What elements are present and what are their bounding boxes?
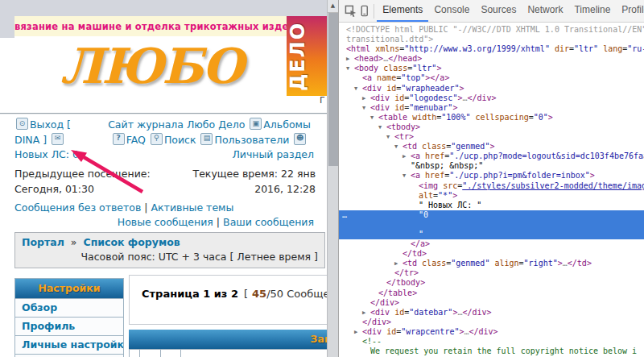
collapse-arrow-icon[interactable]: ▼ — [386, 132, 394, 142]
collapse-arrow-icon[interactable]: ▼ — [378, 122, 386, 132]
code-line[interactable]: <img src="./styles/subsilver2-modded/the… — [339, 181, 644, 191]
code-line[interactable]: ▼<td class="genmed"> — [339, 142, 644, 152]
logout-link-user[interactable]: DINA ] — [14, 134, 47, 146]
sidebar-item-3[interactable]: Личные настройки — [15, 335, 123, 354]
page-left-margin — [0, 16, 14, 38]
sidebar-item-2[interactable]: Профиль — [15, 317, 123, 335]
forum-list-link[interactable]: Список форумов — [83, 236, 180, 248]
code-line[interactable]: <html xmlns="http://www.w3.org/1999/xhtm… — [339, 44, 644, 54]
inspect-element-icon[interactable] — [344, 5, 357, 17]
members-link[interactable]: Пользователи — [214, 134, 289, 146]
code-line[interactable]: ▼<div id="menubar"> — [339, 103, 644, 113]
code-line[interactable]: ▶<a href="./ucp.php?mode=logout&sid=dc10… — [339, 152, 644, 161]
search-link[interactable]: Поиск — [164, 134, 196, 146]
code-line[interactable]: transitional.dtd"> — [339, 35, 644, 44]
tab-console[interactable]: Console — [428, 0, 475, 22]
current-time-value: 2016, 12:28 — [158, 182, 316, 197]
screen: вязание на машине и отделка трикотажных … — [0, 0, 644, 357]
page-lead: Страница 1 из 2 — [142, 288, 238, 300]
table-grid-line — [180, 350, 181, 357]
unanswered-link[interactable]: Сообщения без ответов — [14, 201, 141, 214]
site-logo[interactable]: ЛЮБО — [14, 36, 288, 98]
faq-link[interactable]: FAQ — [126, 134, 146, 146]
page-scrollbar[interactable]: ▲ — [327, 0, 338, 357]
search-icon[interactable] — [151, 133, 163, 145]
code-line-selected[interactable]: " — [339, 230, 644, 239]
portal-link[interactable]: Портал — [22, 236, 64, 248]
collapse-arrow-icon[interactable]: ▼ — [370, 113, 378, 122]
code-line[interactable]: ▼<a href="./ucp.php?i=pm&folder=inbox"> — [339, 171, 644, 181]
code-line[interactable]: ▼<tbody> — [339, 122, 644, 132]
code-line[interactable]: ▼<tr> — [339, 132, 644, 142]
tab-timeline[interactable]: Timeline — [568, 0, 616, 22]
new-posts-link[interactable]: Новые сообщения — [118, 216, 213, 228]
code-line[interactable]: ▼<body class="ltr"> — [339, 64, 644, 73]
code-line[interactable]: ▶<div id="logodesc">…</div> — [339, 93, 644, 103]
tab-elements[interactable]: Elements — [377, 0, 428, 22]
separator: | — [217, 216, 220, 228]
expand-arrow-icon[interactable]: ▶ — [354, 327, 362, 337]
expand-arrow-icon[interactable]: ▶ — [346, 54, 354, 64]
code-line-selected[interactable] — [339, 220, 644, 230]
code-line[interactable]: </table> — [339, 289, 644, 298]
tab-sources[interactable]: Sources — [475, 0, 522, 22]
code-line[interactable]: </tbody> — [339, 278, 644, 288]
expand-arrow-icon[interactable]: ▶ — [362, 308, 370, 318]
your-posts-link[interactable]: Ваши сообщения — [223, 216, 314, 228]
tab-profiles[interactable]: Profiles — [616, 0, 644, 22]
logout-link[interactable]: Выход [ — [30, 118, 71, 131]
code-line[interactable]: We request you retain the full copyright… — [339, 347, 644, 356]
expand-arrow-icon[interactable]: ▶ — [402, 152, 411, 161]
code-line[interactable]: " Новых ЛС: " — [339, 201, 644, 210]
scroll-up-button[interactable]: ▲ — [328, 0, 338, 13]
faq-icon[interactable] — [113, 133, 125, 145]
ucp-link[interactable]: Личный раздел — [232, 148, 314, 160]
code-line[interactable]: </td> — [339, 249, 644, 259]
device-toolbar-icon[interactable] — [357, 5, 371, 17]
collapse-arrow-icon[interactable]: ▼ — [402, 171, 411, 181]
profile-icon[interactable] — [294, 133, 306, 145]
settings-menu-items: ОбзорПрофильЛичные настройкиЛичные — [15, 298, 123, 357]
selection-ellipsis: … — [342, 210, 348, 220]
expand-arrow-icon[interactable]: ▶ — [362, 93, 370, 103]
collapse-arrow-icon[interactable]: ▼ — [362, 103, 370, 113]
code-line[interactable]: </div> — [339, 318, 644, 327]
code-line[interactable]: <!-- — [339, 337, 644, 347]
timezone-text: Часовой пояс: UTC + 3 часа [ Летнее врем… — [22, 250, 318, 264]
tab-network[interactable]: Network — [522, 0, 568, 22]
code-line[interactable]: ▶<head>…</head> — [339, 54, 644, 64]
code-line[interactable]: </div> — [339, 298, 644, 308]
forum-table-fragment — [129, 349, 327, 357]
code-line[interactable]: "&nbsp; &nbsp;" — [339, 161, 644, 171]
code-line-selected[interactable]: …"0 — [339, 210, 644, 220]
menu-row-1: Сайт журнала Любо Дело Альбомы — [101, 118, 317, 133]
code-line[interactable]: ▶<div id="datebar">…</div> — [339, 308, 644, 318]
collapse-arrow-icon[interactable]: ▼ — [346, 64, 354, 73]
expand-arrow-icon[interactable]: ▶ — [394, 259, 402, 268]
code-line[interactable]: ▶<div id="wrapcentre">…</div> — [339, 327, 644, 337]
sidebar-item-1[interactable]: Обзор — [15, 298, 123, 317]
albums-icon[interactable] — [250, 118, 262, 130]
site-journal-link[interactable]: Сайт журнала Любо Дело — [108, 118, 245, 131]
code-line[interactable]: </a> — [339, 239, 644, 249]
active-topics-link[interactable]: Активные темы — [151, 201, 234, 214]
scrollbar-thumb[interactable] — [328, 13, 338, 166]
code-line[interactable]: <!DOCTYPE html PUBLIC "-//W3C//DTD XHTML… — [339, 25, 644, 35]
collapse-arrow-icon[interactable]: ▼ — [394, 142, 402, 152]
inbox-icon[interactable] — [52, 133, 64, 145]
code-line[interactable]: ▶<td class="genmed" align="right">…</td> — [339, 259, 644, 268]
albums-link[interactable]: Альбомы — [263, 118, 311, 131]
collapse-arrow-icon[interactable]: ▼ — [354, 84, 362, 93]
code-line[interactable]: alt="*"> — [339, 191, 644, 201]
sidebar-item-4[interactable]: Личные — [15, 354, 123, 357]
logout-icon[interactable] — [16, 118, 28, 130]
code-line[interactable]: ▼<table width="100%" cellspacing="0"> — [339, 113, 644, 122]
code-line[interactable]: ▼<div id="wrapheader"> — [339, 84, 644, 93]
header-divider — [0, 113, 327, 114]
code-line[interactable]: </tr> — [339, 268, 644, 278]
code-line[interactable]: <a name="top"></a> — [339, 73, 644, 83]
members-icon[interactable] — [200, 133, 213, 145]
post-count: 45 — [252, 288, 266, 300]
quicklinks-row-2: Новые сообщения|Ваши сообщения — [113, 215, 314, 230]
quicklinks-row-1: Сообщения без ответов|Активные темы — [14, 201, 233, 215]
